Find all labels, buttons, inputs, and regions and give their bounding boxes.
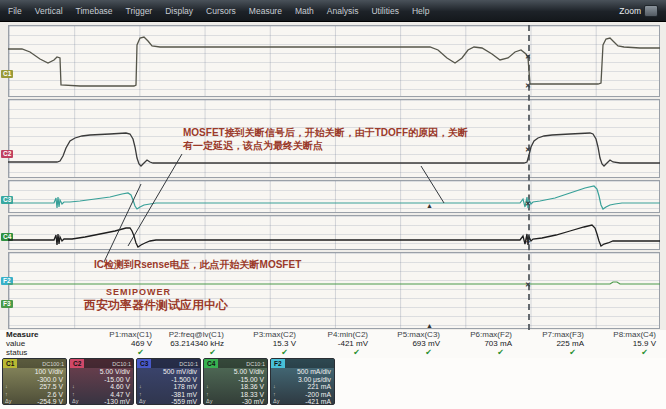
ground-marker-c2[interactable]: C2 [1,150,13,158]
measure-table: Measure value status P1:max(C1) 469 V ✔ … [0,330,666,358]
status-label: status [6,348,38,357]
annotation-turnoff-note: MOSFET接到关断信号后，开始关断，由于TDOFF的原因，关断 有一定延迟，该… [183,126,483,152]
ground-marker-f2[interactable]: F2 [1,277,13,285]
channel-chip-f2: F2 [271,359,285,368]
watermark-brand: SEMIPOWER [106,287,171,297]
channel-chip-c4: C4 [204,359,218,368]
menu-timebase[interactable]: Timebase [76,6,113,16]
menu-display[interactable]: Display [165,6,193,16]
descriptor-c4[interactable]: C4 DC10:1 5.00 V/div -15.00 V ↓18.36 V ↑… [203,358,268,405]
trigger-delay-marker-bottom[interactable]: ▲ [426,322,433,329]
annotation-rsense-note: IC检测到Rsense电压，此点开始关断MOSFET [94,258,301,272]
watermark-brand-sub: 西安功率器件测试应用中心 [84,297,228,314]
channel-chip-c3: C3 [137,359,151,368]
annotation-turnoff-line2: 有一定延迟，该点为最终关断点 [183,139,483,152]
menu-math[interactable]: Math [295,6,314,16]
grid-panel-c3 [8,180,660,213]
time-cursor-line[interactable] [528,25,530,330]
grid-panel-c1 [8,25,660,97]
value-label: value [6,339,38,348]
menu-analysis[interactable]: Analysis [327,6,359,16]
menu-trigger[interactable]: Trigger [126,6,153,16]
menu-help[interactable]: Help [412,6,429,16]
descriptor-f2[interactable]: F2 500 mA/div 3.00 μs/div ↓221 mA ↑-200 … [270,358,335,405]
channel-chip-c1: C1 [3,359,17,368]
zoom-button-label: Zoom [619,6,641,16]
zoom-grid-icon [644,5,658,17]
menu-file[interactable]: File [8,6,22,16]
menu-vertical[interactable]: Vertical [35,6,63,16]
annotation-turnoff-line1: MOSFET接到关断信号后，开始关断，由于TDOFF的原因，关断 [183,126,483,139]
trigger-delay-marker[interactable]: ▲ [426,202,433,209]
channel-chip-c2: C2 [70,359,84,368]
descriptor-c2[interactable]: C2 DC10:1 5.00 V/div -15.00 V ↓4.60 V ↑4… [69,358,134,405]
grid-panel-c4 [8,215,660,250]
ground-marker-c4[interactable]: C4 [1,233,13,241]
zoom-button[interactable]: Zoom [619,5,658,17]
menu-cursors[interactable]: Cursors [206,6,236,16]
measure-param-p8[interactable]: P8:max(C4) 15.9 V ✔ [546,330,656,357]
measure-label: Measure [6,330,38,339]
ground-marker-c1[interactable]: C1 [1,70,13,78]
menu-bar: File Vertical Timebase Trigger Display C… [0,0,666,22]
menu-measure[interactable]: Measure [249,6,282,16]
ground-marker-f3[interactable]: F3 [1,300,13,308]
descriptor-c1[interactable]: C1 DC100:1 100 V/div -300.0 V ↓257.5 V ↑… [2,358,67,405]
trace-descriptor-row: C1 DC100:1 100 V/div -300.0 V ↓257.5 V ↑… [0,358,666,406]
measure-row-labels: Measure value status [6,330,38,357]
descriptor-c3[interactable]: C3 DC10:1 500 mV/div -1.500 V ↓178 mV ↑-… [136,358,201,405]
ground-marker-c3[interactable]: C3 [1,196,13,204]
menu-utilities[interactable]: Utilities [371,6,398,16]
waveform-display-area [0,22,666,332]
status-check-icon: ✔ [546,348,656,357]
